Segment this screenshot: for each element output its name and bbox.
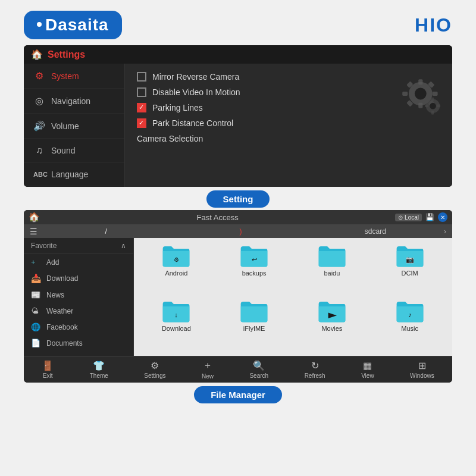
fm-footer: 🚪 Exit 👕 Theme ⚙ Settings ＋ New 🔍 Search…: [24, 356, 452, 383]
folder-music-icon: ♪: [396, 299, 424, 323]
footer-exit-button[interactable]: 🚪 Exit: [42, 360, 54, 379]
facebook-icon: 🌐: [31, 322, 42, 331]
folder-baidu-icon: [318, 244, 346, 268]
svg-text:♪: ♪: [408, 311, 412, 318]
dasaita-text: Dasaita: [45, 15, 109, 35]
download-sidebar-icon: 📥: [31, 274, 42, 283]
fm-facebook-label: Facebook: [46, 323, 78, 331]
checkbox-parking-lines[interactable]: [137, 103, 146, 112]
fm-news-item[interactable]: 📰 News: [24, 287, 133, 303]
documents-icon: 📄: [31, 339, 42, 347]
search-icon: 🔍: [253, 360, 265, 371]
svg-rect-4: [402, 92, 408, 96]
sidebar-item-system[interactable]: ⚙ System: [24, 64, 124, 89]
footer-settings-button[interactable]: ⚙ Settings: [144, 360, 165, 379]
fm-favorite-expand-icon: ∧: [121, 242, 126, 250]
option-camera-selection[interactable]: Camera Selection: [137, 134, 440, 143]
footer-theme-button[interactable]: 👕 Theme: [90, 360, 108, 379]
view-label: View: [361, 372, 374, 379]
settings-title: Settings: [48, 49, 85, 60]
navigation-icon: ◎: [33, 95, 45, 107]
windows-icon: ⊞: [418, 360, 426, 371]
fm-download-item[interactable]: 📥 Download: [24, 270, 133, 287]
fm-menu-icon[interactable]: ☰: [30, 227, 37, 236]
fm-close-button[interactable]: ✕: [438, 212, 447, 222]
svg-rect-13: [431, 111, 434, 114]
file-backups-label: backups: [242, 270, 267, 277]
settings-panel-label-row: Setting: [0, 190, 476, 208]
add-icon: +: [31, 258, 42, 267]
option-parking-lines-label: Parking Lines: [152, 103, 203, 112]
sidebar-item-volume[interactable]: 🔊 Volume: [24, 114, 124, 139]
refresh-icon: ↻: [311, 360, 319, 371]
file-baidu-label: baidu: [324, 270, 340, 277]
file-music[interactable]: ♪ Music: [373, 299, 446, 350]
file-android[interactable]: ⚙ Android: [140, 244, 213, 295]
exit-label: Exit: [43, 372, 53, 379]
fm-panel-label-row: File Manager: [0, 386, 476, 403]
fm-top-bar: 🏠 Fast Access ⊙ Local 💾 ✕: [24, 210, 452, 225]
file-backups[interactable]: ↩ backups: [218, 244, 291, 295]
option-camera-selection-label: Camera Selection: [137, 134, 203, 143]
footer-new-button[interactable]: ＋ New: [202, 359, 214, 380]
file-android-label: Android: [165, 270, 187, 277]
language-icon: ABC: [33, 171, 45, 178]
footer-settings-icon: ⚙: [151, 360, 159, 371]
settings-home-icon: 🏠: [31, 49, 43, 60]
settings-label: Settings: [144, 372, 165, 379]
checkbox-disable-video[interactable]: [137, 87, 146, 97]
fm-nav-row: ☰ / ) sdcard ›: [24, 225, 452, 238]
fm-favorite-section[interactable]: Favorite ∧: [24, 238, 133, 254]
fm-documents-item[interactable]: 📄 Documents: [24, 335, 133, 351]
file-music-label: Music: [401, 325, 418, 332]
fm-weather-item[interactable]: 🌤 Weather: [24, 303, 133, 319]
checkbox-park-distance[interactable]: [137, 118, 146, 128]
new-label: New: [202, 373, 214, 380]
file-movies[interactable]: Movies: [296, 299, 369, 350]
news-icon: 📰: [31, 290, 42, 299]
fm-storage-icon: 💾: [425, 213, 434, 221]
fm-file-content: ⚙ Android ↩ backups baidu: [134, 238, 452, 356]
sidebar-item-language[interactable]: ABC Language: [24, 163, 124, 186]
sidebar-item-sound-label: Sound: [51, 146, 75, 155]
new-icon: ＋: [203, 359, 212, 372]
footer-windows-button[interactable]: ⊞ Windows: [410, 360, 434, 379]
file-baidu[interactable]: baidu: [296, 244, 369, 295]
fm-favorite-label: Favorite: [31, 242, 57, 250]
fm-path-sdcard: sdcard: [309, 227, 441, 236]
footer-view-button[interactable]: ▦ View: [361, 360, 374, 379]
fm-path-slash: /: [40, 227, 172, 236]
file-movies-label: Movies: [321, 325, 342, 332]
fm-news-label: News: [46, 291, 64, 299]
hio-logo: HIO: [415, 14, 452, 36]
checkbox-mirror-reverse[interactable]: [137, 72, 146, 82]
fm-facebook-item[interactable]: 🌐 Facebook: [24, 319, 133, 335]
file-download[interactable]: ↓ Download: [140, 299, 213, 350]
fm-documents-label: Documents: [46, 339, 83, 347]
footer-refresh-button[interactable]: ↻ Refresh: [305, 360, 325, 379]
sound-icon: ♫: [33, 145, 45, 156]
branding-bar: Dasaita HIO: [0, 0, 476, 45]
sidebar-item-navigation-label: Navigation: [51, 96, 90, 106]
dasaita-logo: Dasaita: [24, 11, 122, 39]
sidebar-item-sound[interactable]: ♫ Sound: [24, 139, 124, 163]
svg-text:↩: ↩: [252, 256, 257, 263]
logo-dot: [37, 22, 42, 27]
svg-rect-12: [431, 98, 434, 101]
option-mirror-reverse-label: Mirror Reverse Camera: [152, 72, 239, 82]
folder-movies-icon: [318, 299, 346, 323]
fm-add-item[interactable]: + Add: [24, 254, 133, 270]
file-iflyime[interactable]: iFlyIME: [218, 299, 291, 350]
svg-rect-15: [437, 105, 440, 108]
file-dcim[interactable]: 📷 DCIM: [373, 244, 446, 295]
fm-body: Favorite ∧ + Add 📥 Download 📰 News 🌤 Wea…: [24, 238, 452, 356]
footer-search-button[interactable]: 🔍 Search: [249, 360, 268, 379]
fm-home-icon[interactable]: 🏠: [29, 212, 40, 223]
search-label: Search: [249, 372, 268, 379]
volume-icon: 🔊: [33, 120, 45, 131]
folder-backups-icon: ↩: [240, 244, 268, 268]
sidebar-item-navigation[interactable]: ◎ Navigation: [24, 89, 124, 114]
system-icon: ⚙: [33, 70, 45, 82]
file-download-label: Download: [162, 325, 191, 332]
file-manager-label-button: File Manager: [194, 386, 282, 403]
